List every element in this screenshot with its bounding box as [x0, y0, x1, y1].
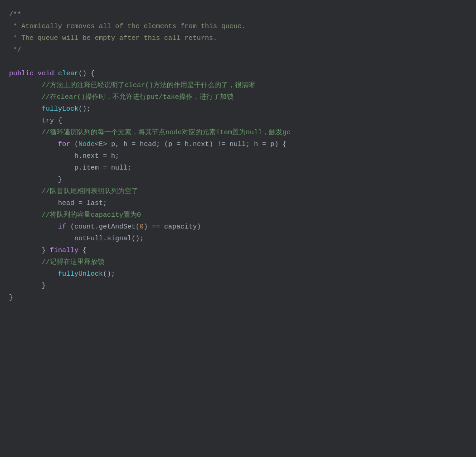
- line-19: if (count.getAndSet(0) == capacity): [0, 221, 476, 233]
- line-1: /**: [0, 9, 476, 21]
- line-25: }: [0, 292, 476, 304]
- line-10: try {: [0, 115, 476, 127]
- line-3: * The queue will be empty after this cal…: [0, 33, 476, 44]
- line-14: p.item = null;: [0, 162, 476, 174]
- line-22: //记得在这里释放锁: [0, 257, 476, 268]
- line-12: for (Node<E> p, h = head; (p = h.next) !…: [0, 139, 476, 151]
- line-15: }: [0, 174, 476, 186]
- line-7: //方法上的注释已经说明了clear()方法的作用是干什么的了，很清晰: [0, 80, 476, 92]
- line-17: head = last;: [0, 198, 476, 209]
- line-20: notFull.signal();: [0, 233, 476, 245]
- line-21: } finally {: [0, 245, 476, 257]
- line-16: //队首队尾相同表明队列为空了: [0, 186, 476, 198]
- line-23: fullyUnlock();: [0, 268, 476, 280]
- line-13: h.next = h;: [0, 151, 476, 162]
- line-8: //在clear()操作时，不允许进行put/take操作，进行了加锁: [0, 92, 476, 103]
- line-24: }: [0, 280, 476, 292]
- line-2: * Atomically removes all of the elements…: [0, 21, 476, 33]
- line-4: */: [0, 44, 476, 56]
- line-9: fullyLock();: [0, 103, 476, 115]
- line-5: [0, 56, 476, 68]
- line-11: //循环遍历队列的每一个元素，将其节点node对应的元素item置为null，触…: [0, 127, 476, 139]
- line-18: //将队列的容量capacity置为0: [0, 209, 476, 221]
- code-editor: /** * Atomically removes all of the elem…: [0, 0, 476, 457]
- line-6: public void clear() {: [0, 68, 476, 80]
